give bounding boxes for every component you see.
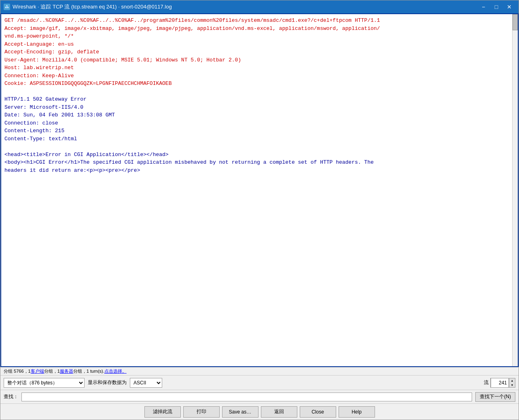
title-bar-left: Wireshark · 追踪 TCP 流 (tcp.stream eq 241)… — [4, 3, 172, 11]
stream-label-container: 流 ▲ ▼ — [484, 378, 515, 388]
window-title: Wireshark · 追踪 TCP 流 (tcp.stream eq 241)… — [13, 3, 172, 11]
status-link-client[interactable]: 客户端 — [31, 368, 44, 374]
title-bar-controls: − □ ✕ — [477, 2, 515, 11]
scrollbar-track[interactable] — [512, 14, 518, 366]
status-bar: 分组 5766，1 客户端 分组，1 服务器 分组，1 turn(s). 点击选… — [0, 367, 519, 375]
svg-point-0 — [6, 6, 8, 8]
window-close-button[interactable]: ✕ — [503, 2, 515, 11]
request-line-9: Cookie: ASPSESSIONIDGQQGGQZK=LPGNFIPAECC… — [4, 80, 515, 88]
find-next-button[interactable]: 查找下一个(N) — [475, 392, 515, 402]
help-button[interactable]: Help — [339, 406, 375, 418]
save-as-button[interactable]: Save as… — [222, 406, 258, 418]
request-line-1: GET /msadc/..%C0%AF../..%C0%AF../..%C0%A… — [4, 17, 515, 25]
encoding-dropdown[interactable]: ASCII UTF-8 Hex Raw — [130, 378, 162, 388]
stream-label-text: 流 — [484, 379, 489, 386]
body-line-3: headers it did return are:<p><p><pre></p… — [4, 167, 515, 175]
status-link-select[interactable]: 点击选择。 — [104, 368, 127, 374]
request-line-7: Host: lab.wiretrip.net — [4, 64, 515, 72]
title-bar: Wireshark · 追踪 TCP 流 (tcp.stream eq 241)… — [0, 0, 519, 13]
status-text-3: 分组，1 turn(s). — [73, 368, 104, 374]
search-row: 查找： 查找下一个(N) — [0, 390, 519, 403]
tcp-stream-content[interactable]: GET /msadc/..%C0%AF../..%C0%AF../..%C0%A… — [1, 14, 518, 366]
request-line-6: User-Agent: Mozilla/4.0 (compatible; MSI… — [4, 56, 515, 64]
stream-dropdown[interactable]: 整个对话（876 bytes） 客户端 服务器 — [4, 378, 85, 388]
wireshark-window: Wireshark · 追踪 TCP 流 (tcp.stream eq 241)… — [0, 0, 519, 420]
status-link-server[interactable]: 服务器 — [60, 368, 73, 374]
body-block: <head><title>Error in CGI Application</t… — [4, 151, 515, 175]
body-line-2: <body><h1>CGI Error</h1>The specified CG… — [4, 158, 515, 167]
stream-number-input[interactable] — [491, 378, 509, 388]
response-line-2: Server: Microsoft-IIS/4.0 — [4, 103, 515, 112]
stream-spinner: ▲ ▼ — [490, 378, 515, 388]
status-text-1: 分组 5766，1 — [4, 368, 31, 374]
response-line-4: Connection: close — [4, 119, 515, 127]
search-input[interactable] — [21, 393, 472, 401]
wireshark-icon — [4, 4, 10, 10]
response-line-3: Date: Sun, 04 Feb 2001 13:53:08 GMT — [4, 111, 515, 119]
request-block: GET /msadc/..%C0%AF../..%C0%AF../..%C0%A… — [4, 17, 515, 88]
content-wrapper: GET /msadc/..%C0%AF../..%C0%AF../..%C0%A… — [1, 14, 518, 366]
body-line-1: <head><title>Error in CGI Application</t… — [4, 151, 515, 159]
scrollbar-thumb[interactable] — [513, 14, 518, 30]
button-row: 滤掉此流 打印 Save as… 返回 Close Help — [0, 403, 519, 420]
stream-up-button[interactable]: ▲ — [509, 378, 515, 383]
display-label: 显示和保存数据为 — [88, 379, 127, 386]
filter-button[interactable]: 滤掉此流 — [144, 406, 181, 418]
stream-down-button[interactable]: ▼ — [509, 383, 515, 387]
search-label: 查找： — [4, 393, 18, 400]
response-line-5: Content-Length: 215 — [4, 127, 515, 135]
status-text-2: 分组，1 — [44, 368, 60, 374]
controls-row: 整个对话（876 bytes） 客户端 服务器 显示和保存数据为 ASCII U… — [0, 375, 519, 390]
request-line-4: Accept-Language: en-us — [4, 40, 515, 49]
request-line-8: Connection: Keep-Alive — [4, 72, 515, 80]
request-line-3: vnd.ms-powerpoint, */* — [4, 32, 515, 40]
content-area: GET /msadc/..%C0%AF../..%C0%AF../..%C0%A… — [0, 13, 519, 367]
request-line-5: Accept-Encoding: gzip, deflate — [4, 48, 515, 56]
response-line-6: Content-Type: text/html — [4, 135, 515, 143]
response-line-1: HTTP/1.1 502 Gateway Error — [4, 95, 515, 103]
close-button[interactable]: Close — [300, 406, 336, 418]
maximize-button[interactable]: □ — [490, 2, 502, 11]
minimize-button[interactable]: − — [477, 2, 489, 11]
print-button[interactable]: 打印 — [183, 406, 220, 418]
spinner-buttons: ▲ ▼ — [509, 378, 515, 387]
response-block: HTTP/1.1 502 Gateway Error Server: Micro… — [4, 95, 515, 143]
back-button[interactable]: 返回 — [261, 406, 297, 418]
request-line-2: Accept: image/gif, image/x-xbitmap, imag… — [4, 25, 515, 33]
